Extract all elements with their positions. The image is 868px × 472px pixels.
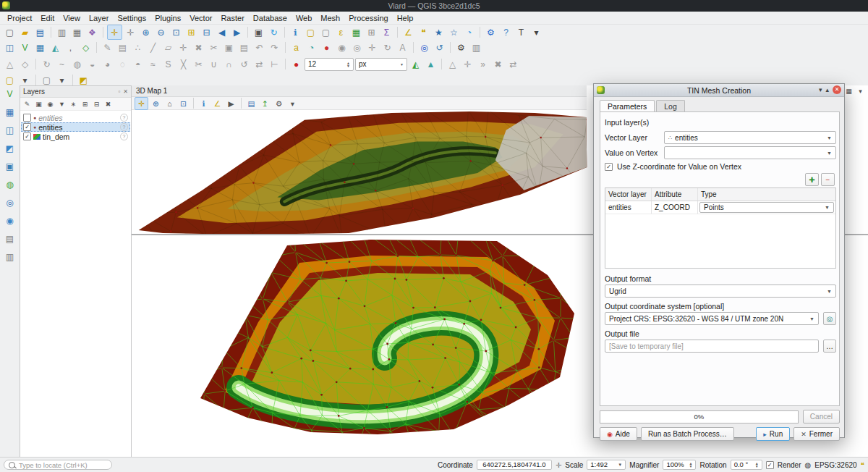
remove-row-button[interactable]: − — [821, 173, 835, 186]
change-label-icon[interactable]: A — [396, 41, 409, 54]
select-rectangle-icon[interactable]: ▢ — [3, 73, 17, 87]
save-image-3d-icon[interactable]: ▤ — [245, 98, 258, 109]
offset-curve-icon[interactable]: ≈ — [146, 57, 160, 71]
coordinate-input[interactable]: 640272.5,1804741.0 — [477, 460, 552, 470]
close-dialog-button[interactable]: ✕ Fermer — [793, 427, 840, 441]
add-spatialite-layer-icon[interactable]: ◫ — [3, 123, 17, 138]
map3d-view[interactable] — [132, 110, 591, 234]
add-wfs-layer-icon[interactable]: ◉ — [3, 214, 17, 228]
menu-view[interactable]: View — [59, 13, 85, 23]
symbol-unit-combo[interactable]: px ▼ — [355, 58, 407, 71]
annotation-dropdown-icon[interactable]: ▾ — [529, 25, 543, 39]
export-3d-icon[interactable]: ↥ — [259, 98, 271, 109]
cancel-button[interactable]: Cancel — [803, 410, 840, 423]
delete-ring-icon[interactable]: ◌ — [116, 57, 129, 71]
panel-float-icon[interactable]: ▫ — [118, 88, 120, 95]
symbol-color-tool-icon[interactable]: ● — [289, 57, 303, 71]
locate-input[interactable]: Type to locate (Ctrl+K) — [4, 460, 112, 470]
add-point-feature-icon[interactable]: ∴ — [131, 41, 145, 54]
identify-3d-icon[interactable]: ℹ — [197, 98, 210, 109]
render-checkbox[interactable]: ✓ — [766, 461, 774, 469]
fill-ring-icon[interactable]: ◕ — [101, 57, 114, 71]
copy-move-feature-icon[interactable]: ⇄ — [506, 57, 520, 71]
measure-3d-icon[interactable]: ∠ — [211, 98, 224, 109]
output-format-combo[interactable]: Ugrid ▼ — [605, 285, 836, 298]
collapse-all-icon[interactable]: ⊟ — [91, 98, 102, 109]
statistical-summary-icon[interactable]: Σ — [380, 25, 393, 39]
show-unplaced-labels-icon[interactable]: ● — [320, 41, 333, 54]
new-virtual-layer-icon[interactable]: V — [3, 87, 17, 101]
measure-line-icon[interactable]: ∠ — [401, 25, 415, 39]
osm-download-icon[interactable]: ↺ — [433, 41, 446, 54]
home-3d-icon[interactable]: ⌂ — [163, 98, 176, 109]
select-features-icon[interactable]: ▢ — [304, 25, 318, 39]
offset-point-symbols-icon[interactable]: ⇄ — [252, 57, 266, 71]
delete-mesh-elements-icon[interactable]: ✖ — [491, 57, 505, 71]
merge-attributes-icon[interactable]: ∩ — [222, 57, 236, 71]
menu-help[interactable]: Help — [393, 13, 418, 23]
add-part-icon[interactable]: ◒ — [85, 57, 99, 71]
add-vector-layer-side-icon[interactable]: ▦ — [3, 105, 17, 119]
add-row-button[interactable]: ✚ — [805, 173, 819, 186]
table-row[interactable]: entitiesZ_COORDPoints▼ — [605, 201, 835, 214]
layers-panel-titlebar[interactable]: Layers ▫ ✕ — [20, 86, 131, 98]
pan-to-selection-icon[interactable]: ✛ — [124, 25, 137, 39]
type-combo[interactable]: Points▼ — [699, 202, 834, 213]
crs-select-button[interactable]: ◎ — [823, 312, 836, 325]
new-bookmark-icon[interactable]: ★ — [432, 25, 446, 39]
add-vector-layer-icon[interactable]: V — [18, 41, 32, 54]
add-ring-icon[interactable]: ◍ — [70, 57, 84, 71]
construction-mode-icon[interactable]: ◇ — [18, 57, 32, 71]
pan-3d-icon[interactable]: ✛ — [135, 97, 148, 110]
spin-arrows-icon[interactable]: ▲▼ — [346, 62, 350, 67]
open-layer-styling-icon[interactable]: ✎ — [22, 98, 33, 109]
merge-features-icon[interactable]: ∪ — [207, 57, 221, 71]
layer-diagram-icon[interactable]: ◔ — [305, 41, 318, 54]
zoom-in-icon[interactable]: ⊕ — [139, 25, 153, 39]
help-contents-icon[interactable]: ? — [499, 25, 513, 39]
add-arcgis-layer-icon[interactable]: ▥ — [3, 250, 17, 264]
zoom-to-layer-icon[interactable]: ⊟ — [200, 25, 213, 39]
new-3d-map-view-icon[interactable]: ▣ — [252, 25, 265, 39]
run-button[interactable]: ▸ Run — [756, 427, 790, 441]
processing-toolbox-icon[interactable]: ⚙ — [484, 25, 498, 39]
extent-icon[interactable]: ✛ — [556, 461, 561, 469]
open-project-icon[interactable]: ▰ — [18, 25, 32, 39]
reshape-features-icon[interactable]: S — [161, 57, 175, 71]
play-animation-icon[interactable]: ▶ — [225, 98, 237, 109]
menu-web[interactable]: Web — [292, 13, 316, 23]
deselect-all-icon[interactable]: ▢ — [319, 25, 333, 39]
filter-by-expression-icon[interactable]: ∗ — [68, 98, 79, 109]
save-layer-edits-icon[interactable]: ▤ — [116, 41, 129, 54]
mesh-digitizing-icon[interactable]: ◭ — [409, 57, 422, 71]
zoom-full-3d-icon[interactable]: ⊡ — [177, 98, 190, 109]
paste-features-icon[interactable]: ▤ — [237, 41, 251, 54]
delete-selected-icon[interactable]: ✖ — [192, 41, 205, 54]
zoom-last-icon[interactable]: ◀ — [215, 25, 229, 39]
select-by-expression-icon[interactable]: ε — [334, 25, 348, 39]
show-bookmarks-icon[interactable]: ☆ — [447, 25, 461, 39]
menu-project[interactable]: Project — [3, 13, 36, 23]
batch-process-button[interactable]: Run as Batch Process… — [641, 427, 734, 441]
trim-extend-icon[interactable]: ⊢ — [268, 57, 281, 71]
pan-map-icon[interactable]: ✛ — [107, 25, 122, 40]
show-panel-icon[interactable]: ▥ — [469, 41, 483, 54]
add-group-icon[interactable]: ▣ — [33, 98, 44, 109]
use-z-checkbox[interactable]: ✓ — [605, 163, 613, 171]
enable-advanced-digitizing-icon[interactable]: △ — [3, 57, 17, 71]
zoom-next-icon[interactable]: ▶ — [230, 25, 244, 39]
identify-features-icon[interactable]: ℹ — [289, 25, 302, 39]
refresh-map-icon[interactable]: ↻ — [267, 25, 281, 39]
add-line-feature-icon[interactable]: ╱ — [146, 41, 160, 54]
tab-parameters[interactable]: Parameters — [600, 100, 655, 112]
vector-layer-combo[interactable]: ∴ entities ▼ — [664, 131, 836, 144]
layer-row[interactable]: ✓tin_dem? — [21, 132, 130, 141]
mesh-transform-icon[interactable]: ▲ — [424, 57, 438, 71]
zoom-out-icon[interactable]: ⊖ — [154, 25, 168, 39]
browse-file-button[interactable]: … — [823, 340, 836, 353]
menu-edit[interactable]: Edit — [36, 13, 59, 23]
split-parts-icon[interactable]: ✂ — [192, 57, 205, 71]
crs-status-label[interactable]: EPSG:32620 — [814, 461, 856, 469]
manage-map-themes-icon[interactable]: ◉ — [45, 98, 56, 109]
highlight-pinned-labels-icon[interactable]: ◎ — [350, 41, 364, 54]
